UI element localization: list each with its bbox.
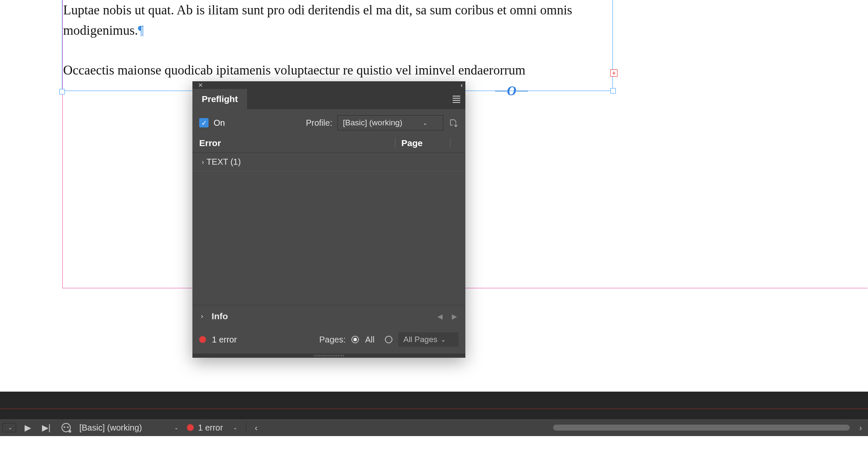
bottom-dark-area: ⌄ ▶ ▶| [Basic] (working) ⌄ 1 error ⌄ ‹ › <box>0 392 868 436</box>
on-label: On <box>214 118 225 128</box>
profile-dropdown[interactable]: [Basic] (working) ⌄ <box>337 115 443 130</box>
out-port[interactable] <box>610 88 616 94</box>
info-label[interactable]: Info <box>211 311 228 321</box>
panel-menu-icon[interactable] <box>453 96 460 103</box>
radio-all-label: All <box>365 335 374 345</box>
preflight-panel: × ‹‹ Preflight ✓ On Profile: [Basic] (wo… <box>192 81 465 358</box>
body-paragraph-2[interactable]: Occaectis maionse quodicab ipitamenis vo… <box>62 60 612 80</box>
status-dot-error-icon <box>199 336 206 343</box>
page-break-marker: O <box>495 83 528 99</box>
statusbar-error[interactable]: 1 error <box>187 423 223 433</box>
profile-value: [Basic] (working) <box>343 118 402 127</box>
status-bar: ⌄ ▶ ▶| [Basic] (working) ⌄ 1 error ⌄ ‹ › <box>0 419 868 436</box>
open-preflight-icon[interactable] <box>59 421 73 434</box>
error-list[interactable]: › TEXT (1) <box>192 153 465 305</box>
collapse-icon[interactable]: ‹‹ <box>461 82 461 88</box>
panel-controls: ✓ On Profile: [Basic] (working) ⌄ <box>192 109 465 133</box>
last-page-icon[interactable]: ▶| <box>39 421 53 434</box>
paragraph-text[interactable]: Occaectis maionse quodicab ipitamenis vo… <box>63 63 526 77</box>
page-break-glyph: O <box>507 83 516 99</box>
error-table-header: Error Page <box>192 133 465 153</box>
statusbar-error-count: 1 error <box>198 423 223 433</box>
text-frame[interactable]: Luptae nobis ut quat. Ab is ilitam sunt … <box>62 0 613 91</box>
panel-resize-grip[interactable] <box>192 354 465 358</box>
page-range-value: All Pages <box>403 335 437 344</box>
error-nav: ◀ ▶ <box>437 312 457 320</box>
next-page-icon[interactable]: ▶ <box>22 421 33 434</box>
scroll-right-icon[interactable]: › <box>856 423 865 433</box>
embed-profile-icon[interactable] <box>448 118 459 128</box>
tab-preflight[interactable]: Preflight <box>192 89 247 109</box>
view-dropdown[interactable]: ⌄ <box>3 423 16 432</box>
body-paragraph-1[interactable]: Luptae nobis ut quat. Ab is ilitam sunt … <box>62 0 612 41</box>
pages-label: Pages: <box>319 335 345 345</box>
chevron-down-icon: ⌄ <box>8 425 12 431</box>
error-row[interactable]: › TEXT (1) <box>192 153 465 171</box>
error-chevron[interactable]: ⌄ <box>229 423 240 432</box>
statusbar-profile[interactable]: [Basic] (working) <box>79 423 164 433</box>
scroll-left-icon[interactable]: ‹ <box>252 421 260 434</box>
disclosure-triangle-icon[interactable]: › <box>202 158 204 166</box>
overset-text-icon[interactable]: + <box>610 69 618 77</box>
panel-status-row: 1 error Pages: All All Pages ⌄ <box>192 327 465 354</box>
statusbar-profile-value: [Basic] (working) <box>79 423 142 433</box>
info-row: › Info ◀ ▶ <box>192 305 465 327</box>
document-canvas: Luptae nobis ut quat. Ab is ilitam sunt … <box>0 0 868 394</box>
page-range-dropdown[interactable]: All Pages ⌄ <box>398 332 459 347</box>
panel-tabstrip: Preflight <box>192 89 465 109</box>
profile-label: Profile: <box>306 118 332 128</box>
bleed-guide <box>0 409 868 409</box>
error-count: 1 error <box>212 335 237 345</box>
horizontal-scrollbar[interactable] <box>553 425 850 431</box>
in-port[interactable] <box>59 89 65 94</box>
error-label: TEXT (1) <box>206 157 241 167</box>
chevron-down-icon: ⌄ <box>423 119 428 126</box>
header-page: Page <box>395 138 450 148</box>
close-icon[interactable]: × <box>197 81 204 89</box>
disclosure-triangle-icon[interactable]: › <box>201 312 203 320</box>
panel-titlebar[interactable]: × ‹‹ <box>192 81 465 89</box>
header-error: Error <box>199 138 395 148</box>
radio-range[interactable] <box>385 336 392 343</box>
next-error-icon[interactable]: ▶ <box>452 312 457 320</box>
chevron-down-icon: ⌄ <box>441 336 446 343</box>
chevron-down-icon: ⌄ <box>174 425 178 431</box>
radio-all[interactable] <box>351 336 359 343</box>
scrollbar-thumb[interactable] <box>553 425 850 431</box>
chevron-down-icon: ⌄ <box>233 425 237 431</box>
pilcrow-icon: ¶ <box>138 23 144 38</box>
status-dot-error-icon <box>187 424 194 431</box>
preflight-on-checkbox[interactable]: ✓ <box>199 118 209 127</box>
prev-error-icon[interactable]: ◀ <box>437 312 442 320</box>
profile-chevron[interactable]: ⌄ <box>170 423 181 432</box>
